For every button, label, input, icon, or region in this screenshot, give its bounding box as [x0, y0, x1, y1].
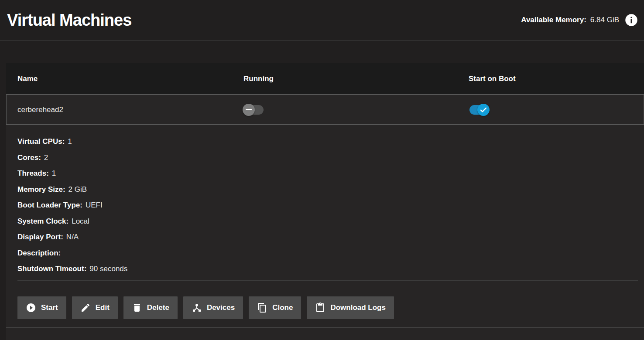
details-divider	[17, 280, 638, 281]
delete-button[interactable]: Delete	[123, 296, 178, 319]
detail-memory-size: Memory Size:2 GiB	[17, 182, 644, 198]
detail-system-clock: System Clock:Local	[17, 214, 644, 230]
trash-icon	[132, 303, 142, 313]
toggle-thumb	[477, 104, 490, 116]
detail-cores: Cores:2	[17, 150, 644, 166]
available-memory-label: Available Memory:	[521, 16, 586, 24]
clone-icon	[257, 303, 267, 313]
clipboard-icon	[315, 303, 325, 313]
start-on-boot-toggle[interactable]	[469, 104, 490, 116]
detail-boot-loader-type: Boot Loader Type:UEFI	[17, 197, 644, 214]
device-hub-icon	[192, 303, 202, 313]
table-header-row: Name Running Start on Boot	[6, 63, 644, 94]
row-bottom-divider	[6, 327, 644, 328]
detail-description: Description:	[17, 245, 644, 262]
start-button[interactable]: Start	[17, 296, 66, 319]
running-toggle[interactable]	[243, 104, 264, 116]
table-row[interactable]: cerberehead2	[6, 94, 644, 125]
detail-virtual-cpus: Virtual CPUs:1	[17, 134, 644, 150]
column-header-name: Name	[17, 75, 243, 83]
minus-icon	[246, 109, 252, 110]
vm-name: cerberehead2	[17, 105, 243, 114]
app-header: Virtual Machines Available Memory: 6.84 …	[0, 0, 644, 41]
clone-button[interactable]: Clone	[249, 296, 301, 319]
check-icon	[480, 106, 487, 114]
vm-details: Virtual CPUs:1 Cores:2 Threads:1 Memory …	[6, 125, 644, 277]
action-buttons: Start Edit Delete Devices Clone Download…	[17, 296, 644, 319]
download-logs-button[interactable]: Download Logs	[307, 296, 394, 319]
edit-button[interactable]: Edit	[72, 296, 118, 319]
available-memory: Available Memory: 6.84 GiB	[521, 14, 638, 27]
detail-display-port: Display Port:N/A	[17, 229, 644, 245]
toggle-thumb	[243, 104, 255, 116]
detail-threads: Threads:1	[17, 166, 644, 182]
available-memory-value: 6.84 GiB	[590, 16, 619, 24]
column-header-start-on-boot: Start on Boot	[469, 75, 644, 83]
detail-shutdown-timeout: Shutdown Timeout:90 seconds	[17, 261, 644, 277]
page-title: Virtual Machines	[7, 11, 131, 30]
vm-table-card: Name Running Start on Boot cerberehead2	[6, 63, 644, 340]
play-circle-icon	[26, 303, 36, 313]
column-header-running: Running	[243, 75, 469, 83]
devices-button[interactable]: Devices	[183, 296, 243, 319]
info-icon[interactable]	[625, 14, 638, 27]
pencil-icon	[80, 303, 91, 313]
